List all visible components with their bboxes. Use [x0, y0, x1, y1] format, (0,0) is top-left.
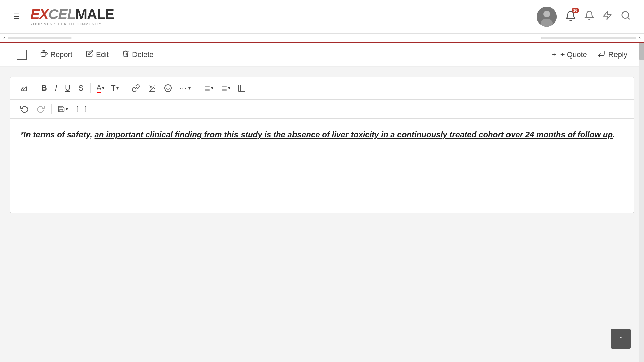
- logo-e: E: [30, 6, 39, 22]
- edit-button[interactable]: Edit: [86, 50, 109, 59]
- reply-icon: [597, 50, 606, 59]
- logo-tagline: YOUR MEN'S HEALTH COMMUNITY: [30, 22, 114, 26]
- underline-icon: U: [65, 84, 70, 93]
- avatar[interactable]: [537, 7, 557, 27]
- eraser-button[interactable]: [17, 82, 31, 94]
- list-button[interactable]: ▾: [217, 82, 233, 94]
- svg-point-1: [543, 11, 550, 17]
- image-button[interactable]: [145, 82, 159, 94]
- edit-label: Edit: [96, 50, 109, 59]
- bold-icon: B: [42, 84, 47, 93]
- post-actions-left: Report Edit Delet: [17, 50, 154, 60]
- more-icon: ···: [179, 84, 187, 93]
- delete-icon: [122, 50, 129, 59]
- post-select-checkbox[interactable]: [17, 50, 27, 60]
- logo-male: MALE: [75, 6, 114, 22]
- header-left: ☰ EXCELMALE YOUR MEN'S HEALTH COMMUNITY: [13, 7, 114, 26]
- scroll-left-arrow[interactable]: ‹: [3, 35, 5, 41]
- toolbar-sep-5: [51, 104, 52, 114]
- delete-button[interactable]: Delete: [122, 50, 154, 59]
- undo-button[interactable]: [17, 103, 32, 115]
- logo: EXCELMALE YOUR MEN'S HEALTH COMMUNITY: [30, 7, 114, 26]
- svg-point-11: [150, 86, 151, 87]
- logo-cel: CEL: [48, 6, 75, 22]
- bbcode-button[interactable]: [ ]: [72, 103, 91, 115]
- scroll-track[interactable]: [8, 37, 636, 39]
- italic-button[interactable]: I: [52, 82, 60, 95]
- hamburger-menu-button[interactable]: ☰: [13, 12, 20, 21]
- notification-count-badge: 16: [572, 8, 579, 13]
- underline-button[interactable]: U: [62, 82, 74, 95]
- redo-button[interactable]: [33, 103, 48, 115]
- strikethrough-button[interactable]: S: [75, 82, 87, 95]
- report-button[interactable]: Report: [40, 50, 72, 59]
- toolbar-sep-4: [197, 83, 197, 93]
- quote-label: + Quote: [560, 50, 587, 59]
- link-button[interactable]: [128, 82, 143, 94]
- edit-icon: [86, 50, 93, 59]
- toolbar-sep-2: [90, 83, 91, 93]
- svg-rect-27: [239, 85, 245, 91]
- align-button[interactable]: ▾: [200, 82, 216, 94]
- header-right: 16: [537, 7, 631, 27]
- logo-text: EXCELMALE: [30, 7, 114, 21]
- post-actions-bar: Report Edit Delet: [0, 43, 644, 67]
- font-color-button[interactable]: A ▾: [94, 82, 107, 95]
- strikethrough-icon: S: [78, 84, 84, 93]
- save-dropdown-arrow: ▾: [66, 106, 68, 112]
- post-actions-right: + + Quote Reply: [552, 50, 627, 59]
- logo-x: X: [39, 6, 48, 22]
- more-dropdown-arrow: ▾: [188, 85, 191, 91]
- svg-point-12: [165, 85, 171, 92]
- scroll-to-top-button[interactable]: ↑: [611, 329, 631, 349]
- reply-button[interactable]: Reply: [597, 50, 627, 59]
- editor-text-content[interactable]: *In terms of safety, an important clinic…: [20, 129, 624, 141]
- editor-toolbar-row1: B I U S A ▾ T ▾: [10, 77, 634, 100]
- editor-toolbar-row2: ▾ [ ]: [10, 100, 634, 119]
- quote-plus-icon: +: [552, 50, 556, 59]
- save-button[interactable]: ▾: [55, 103, 71, 115]
- report-icon: [40, 50, 48, 59]
- reply-label: Reply: [608, 50, 627, 59]
- font-color-dropdown-arrow: ▾: [102, 85, 104, 91]
- italic-icon: I: [55, 84, 57, 93]
- emoji-button[interactable]: [161, 82, 175, 94]
- font-color-icon: A: [97, 84, 102, 93]
- table-button[interactable]: [234, 82, 249, 94]
- editor-text-period: .: [613, 130, 615, 139]
- avatar-image: [537, 7, 557, 27]
- editor-container: B I U S A ▾ T ▾: [10, 77, 634, 213]
- bbcode-icon: [ ]: [75, 105, 88, 113]
- list-dropdown-arrow: ▾: [228, 85, 230, 91]
- editor-link-text: an important clinical finding from this …: [95, 130, 613, 139]
- more-button[interactable]: ··· ▾: [177, 82, 193, 95]
- delete-label: Delete: [132, 50, 154, 59]
- editor-text-asterisk: *In terms of safety,: [20, 130, 95, 139]
- toolbar-sep-3: [125, 83, 125, 93]
- bold-button[interactable]: B: [38, 82, 50, 95]
- font-size-icon: T: [111, 84, 115, 93]
- editor-content[interactable]: *In terms of safety, an important clinic…: [10, 119, 634, 213]
- header: ☰ EXCELMALE YOUR MEN'S HEALTH COMMUNITY: [0, 0, 644, 34]
- align-dropdown-arrow: ▾: [211, 85, 213, 91]
- search-icon[interactable]: [621, 10, 631, 23]
- right-scrollbar[interactable]: [639, 0, 644, 362]
- svg-marker-3: [604, 11, 611, 20]
- quote-button[interactable]: + + Quote: [552, 50, 587, 59]
- scroll-to-top-icon: ↑: [619, 334, 623, 344]
- horizontal-scroll-area[interactable]: ‹ ›: [0, 34, 644, 43]
- alert-icon[interactable]: [584, 10, 594, 23]
- toolbar-sep-1: [35, 83, 35, 93]
- editor-text-link[interactable]: an important clinical finding from this …: [95, 130, 613, 139]
- notifications-button[interactable]: 16: [565, 10, 576, 23]
- font-size-button[interactable]: T ▾: [108, 82, 121, 95]
- scroll-right-arrow[interactable]: ›: [639, 35, 641, 41]
- scroll-thumb[interactable]: [71, 37, 542, 39]
- report-label: Report: [50, 50, 72, 59]
- font-size-dropdown-arrow: ▾: [116, 85, 119, 91]
- lightning-icon[interactable]: [602, 10, 612, 23]
- svg-line-5: [628, 17, 629, 19]
